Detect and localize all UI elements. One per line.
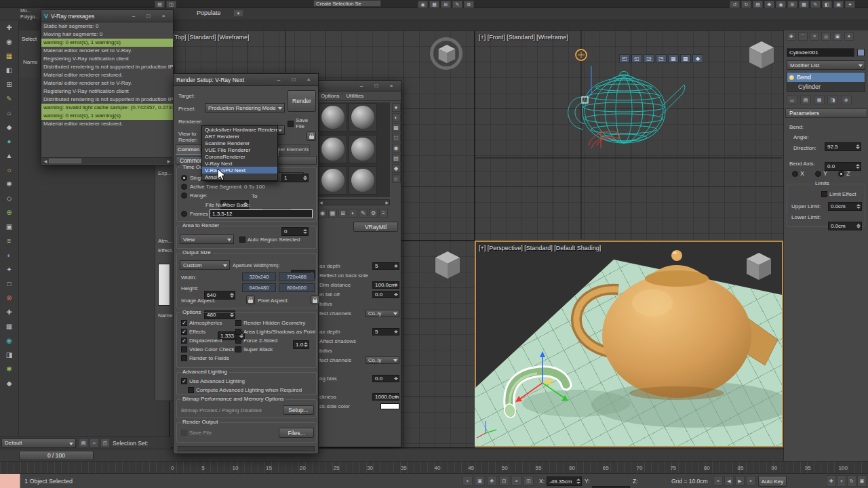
viewcube[interactable] xyxy=(747,39,776,70)
x-coordinate-field[interactable]: -49.35cm xyxy=(547,476,582,486)
toolbar-icon[interactable]: ⊞ xyxy=(2,77,17,92)
close-button[interactable]: × xyxy=(157,12,170,20)
toolbar-icon[interactable]: ◉ xyxy=(2,333,17,348)
material-sample-sphere[interactable] xyxy=(319,135,347,163)
timeline-frame-number[interactable]: 60 xyxy=(569,465,575,471)
pixel-aspect-lock-button[interactable] xyxy=(311,296,319,304)
playback-control-icon[interactable]: « xyxy=(713,476,723,486)
axis-y-radio[interactable]: Y xyxy=(815,170,827,177)
close-button[interactable]: × xyxy=(384,82,398,90)
viewcube[interactable] xyxy=(433,249,462,280)
timeline-frame-number[interactable]: 55 xyxy=(535,465,541,471)
toolbar-icon[interactable]: ◧ xyxy=(822,1,832,8)
palette-scrollbar[interactable]: ◀ ▶ xyxy=(318,199,390,205)
log-list[interactable]: Static hair segments: 0 Moving hair segm… xyxy=(41,22,173,128)
modifier-enable-bulb-icon[interactable] xyxy=(789,75,794,80)
playback-control-icon[interactable]: ◀ xyxy=(724,476,734,486)
material-tool-icon[interactable]: ◉ xyxy=(318,209,327,218)
option-checkbox[interactable]: Render to Fields xyxy=(181,354,234,363)
status-toggle-icon[interactable]: ≡ xyxy=(511,476,521,486)
dropdown-option[interactable]: V-Ray GPU Next xyxy=(202,167,277,174)
material-tool-icon[interactable]: ◆ xyxy=(392,164,401,173)
scroll-thumb[interactable] xyxy=(49,159,81,163)
maximize-button[interactable]: □ xyxy=(370,82,383,90)
viewport-lock-button[interactable] xyxy=(307,131,316,141)
toolbar-icon[interactable]: ↺ xyxy=(730,1,740,8)
axis-x-radio[interactable]: X xyxy=(792,170,804,177)
toolbar-icon[interactable]: ✎ xyxy=(810,1,821,8)
toolbar-icon[interactable]: ▲ xyxy=(2,148,17,163)
option-checkbox[interactable]: Super Black xyxy=(235,345,315,354)
material-tool-icon[interactable]: ▤ xyxy=(392,154,401,163)
render-button[interactable]: Render xyxy=(288,90,316,112)
status-toggle-icon[interactable]: ⊡ xyxy=(499,476,509,486)
axis-z-radio[interactable]: Z xyxy=(838,170,850,177)
playback-control-icon[interactable]: ▶ xyxy=(735,476,745,486)
toolbar-icon[interactable]: ↻ xyxy=(741,1,751,8)
dropdown-option[interactable]: Scanline Renderer xyxy=(202,140,277,146)
toolbar-icon[interactable]: ◆ xyxy=(692,54,703,63)
timeline-frame-number[interactable]: 10 xyxy=(232,465,238,471)
bitmap-setup-button[interactable]: Setup... xyxy=(283,405,314,415)
toolbar-icon[interactable]: ✱ xyxy=(2,362,17,376)
toolbar-icon[interactable]: ◆ xyxy=(2,120,17,134)
material-param-control[interactable]: 1000.0cm xyxy=(372,393,399,401)
viewport-perspective[interactable]: [+] [Perspective] [Standard] [Default Sh… xyxy=(475,241,783,447)
material-tool-icon[interactable]: ◉ xyxy=(392,144,401,152)
target-dropdown[interactable]: Production Rendering Mode xyxy=(205,103,285,113)
image-aspect-lock-button[interactable] xyxy=(246,296,255,304)
modifier-stack-item-bend[interactable]: Bend xyxy=(787,73,865,82)
area-to-render-dropdown[interactable]: View xyxy=(180,235,234,244)
material-tool-icon[interactable]: ◐ xyxy=(349,209,357,218)
horizontal-scrollbar[interactable]: ◀ ▶ xyxy=(42,157,172,164)
track-bar[interactable]: 0510152025303540455055606570758085909510… xyxy=(0,461,868,473)
timeline-frame-number[interactable]: 95 xyxy=(805,465,811,471)
toolbar-icon[interactable]: ▦ xyxy=(2,319,17,333)
dropdown-option[interactable]: ART Renderer xyxy=(202,133,277,140)
compute-advanced-lighting-checkbox[interactable]: Compute Advanced Lighting when Required xyxy=(188,387,302,393)
parameters-rollout[interactable]: Parameters xyxy=(785,108,867,118)
toolbar-icon[interactable]: ◫ xyxy=(166,1,176,8)
res-720x486-button[interactable]: 720x486 xyxy=(279,272,315,281)
timeline-frame-number[interactable]: 15 xyxy=(266,465,272,471)
toolbar-icon[interactable]: ▩ xyxy=(680,54,691,63)
upper-limit-spinner[interactable]: 0.0cm xyxy=(828,202,862,211)
time-slider-track[interactable]: 0 / 100 xyxy=(0,449,783,461)
timeline-frame-number[interactable]: 75 xyxy=(670,465,676,471)
toolbar-icon[interactable]: ▦ xyxy=(799,1,809,8)
frames-radio[interactable]: Frames xyxy=(181,211,208,217)
toolbar-icon[interactable]: ◰ xyxy=(619,54,630,63)
animation-layer-dropdown[interactable]: Default xyxy=(1,439,76,448)
material-param-control[interactable]: 5 xyxy=(372,328,399,336)
material-tool-icon[interactable]: ◐ xyxy=(392,113,401,122)
viewport-nav-icon[interactable]: ⌖ xyxy=(837,475,846,487)
tab-common[interactable]: Common xyxy=(176,144,201,155)
material-param-control[interactable]: Co..ly xyxy=(366,310,399,317)
toolbar-icon[interactable]: ▤ xyxy=(79,439,88,447)
active-time-segment-radio[interactable]: Active Time Segment: 0 To 100 xyxy=(181,184,265,190)
dropdown-option[interactable]: V-Ray Next xyxy=(202,160,277,167)
ribbon-tab-polygon[interactable]: Polygo... xyxy=(20,14,39,19)
toolbar-icon[interactable]: ◳ xyxy=(656,54,667,63)
toolbar-icon[interactable]: ⚙ xyxy=(464,1,474,8)
modifier-stack-tool-icon[interactable]: ▤ xyxy=(800,96,811,104)
toolbar-icon[interactable]: ✚ xyxy=(2,20,17,35)
toolbar-icon[interactable]: ▤ xyxy=(753,1,763,8)
timeline-frame-number[interactable]: 90 xyxy=(771,465,777,471)
material-type-button[interactable]: VRayMtl xyxy=(353,222,398,232)
viewcube[interactable] xyxy=(437,43,457,64)
material-param-control[interactable]: 5 xyxy=(372,262,399,270)
toolbar-icon[interactable]: ◉ xyxy=(776,1,786,8)
timeline-frame-number[interactable]: 100 xyxy=(839,465,848,471)
renderer-dropdown-list[interactable]: Quicksilver Hardware Renderer ART Render… xyxy=(201,125,278,181)
scroll-right-icon[interactable]: ▶ xyxy=(385,200,389,205)
toolbar-icon[interactable]: ⊗ xyxy=(2,291,17,305)
angle-spinner[interactable]: 92.5 xyxy=(825,142,861,151)
command-panel-tab-icon[interactable]: ≡ xyxy=(810,32,819,41)
command-panel-tab-icon[interactable]: ✚ xyxy=(787,32,796,41)
modifier-stack-tool-icon[interactable]: ▦ xyxy=(814,96,825,104)
toolbar-icon[interactable]: ⊕ xyxy=(2,205,17,220)
every-nth-frame-spinner[interactable]: 1 xyxy=(281,174,309,182)
ribbon-tab-populate[interactable]: Populate xyxy=(197,9,221,16)
viewcube[interactable] xyxy=(744,250,774,281)
